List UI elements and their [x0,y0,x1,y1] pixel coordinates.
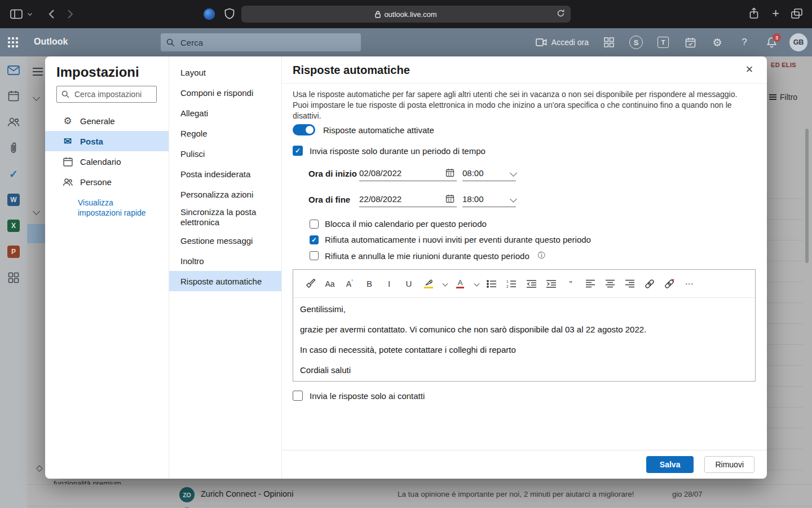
notifications-bell-icon[interactable]: 3 [758,28,785,56]
underline-icon[interactable]: U [402,277,416,291]
block-calendar-checkbox[interactable] [310,220,319,229]
calendar-picker-icon [445,194,454,203]
section-risposte-automatiche[interactable]: Risposte automatiche [169,271,281,291]
more-options-icon[interactable]: ⋯ [682,277,696,291]
nav-item-generale[interactable]: ⚙ Generale [45,111,169,131]
close-icon[interactable]: × [741,61,758,78]
highlight-dropdown-icon[interactable] [442,277,448,291]
nav-item-calendario[interactable]: Calendario [45,151,169,172]
section-regole[interactable]: Regole [169,123,281,143]
help-icon[interactable]: ? [731,28,758,56]
end-time-field[interactable]: 18:00 [462,191,516,207]
start-date-field[interactable]: 02/08/2022 [359,165,457,181]
list-scrollbar[interactable] [805,129,809,263]
extension-icon[interactable] [204,8,215,20]
global-search[interactable] [161,33,361,51]
folder-expand-icon[interactable] [33,94,40,101]
section-sincronizza[interactable]: Sincronizza la posta elettronica [169,204,281,230]
section-layout[interactable]: Layout [169,62,281,82]
align-left-icon[interactable] [584,277,597,291]
editor-body[interactable]: Gentilissimi, grazie per avermi contatta… [293,298,755,375]
url-bar[interactable]: outlook.live.com [241,6,571,23]
section-gestione[interactable]: Gestione messaggi [169,230,281,251]
app-rail: ✓ W X P [0,56,27,508]
numbered-list-icon[interactable]: 12 [505,277,518,291]
calendar-icon[interactable] [7,89,20,103]
global-search-input[interactable] [179,37,355,48]
nav-item-persone[interactable]: Persone [45,172,169,192]
quick-settings-link[interactable]: Visualizza impostazioni rapide [78,198,158,218]
email-sender[interactable]: Zurich Connect - Opinioni [201,489,293,498]
section-componi[interactable]: Componi e rispondi [169,82,281,103]
font-color-icon[interactable]: A [453,277,467,291]
nav-item-posta[interactable]: ✉ Posta [45,131,169,151]
powerpoint-icon[interactable]: P [7,245,20,259]
share-icon[interactable] [749,7,759,20]
align-center-icon[interactable] [603,277,617,291]
message-line: grazie per avermi contattato. Vi comunic… [300,325,747,334]
reload-icon[interactable] [557,9,565,17]
cancel-meetings-checkbox[interactable] [310,251,319,260]
tabs-overview-icon[interactable] [791,8,803,19]
new-tab-icon[interactable]: + [772,7,779,20]
sidebar-toggle-icon[interactable] [10,9,23,19]
outdent-icon[interactable] [524,277,538,291]
period-checkbox[interactable]: ✓ [293,146,303,156]
remove-button[interactable]: Rimuovi [704,456,754,473]
skype-icon[interactable]: S [623,28,650,56]
contacts-only-checkbox[interactable] [293,391,303,401]
folder-expand-icon-2[interactable] [33,208,40,215]
start-time-field[interactable]: 08:00 [462,165,516,181]
link-icon[interactable] [643,277,656,291]
format-painter-icon[interactable] [303,277,317,291]
font-color-dropdown-icon[interactable] [473,277,480,291]
account-avatar[interactable]: GB [785,28,812,56]
camera-icon [536,38,547,46]
apps-grid-icon[interactable] [595,28,623,56]
section-inoltro[interactable]: Inoltro [169,251,281,271]
decline-invites-checkbox[interactable]: ✓ [310,235,319,244]
section-posta-indesiderata[interactable]: Posta indesiderata [169,164,281,184]
meet-now-button[interactable]: Accedi ora [529,38,595,47]
calendar-check-icon[interactable] [677,28,704,56]
toggle-label: Risposte automatiche attivate [323,125,434,135]
people-icon[interactable] [7,115,20,129]
reply-editor[interactable]: Aa A° B I U A [293,269,756,382]
todo-icon[interactable]: ✓ [7,167,20,181]
align-right-icon[interactable] [623,277,637,291]
quote-icon[interactable]: ” [564,277,577,291]
indent-icon[interactable] [544,277,558,291]
privacy-shield-icon[interactable] [224,8,235,20]
folder-pane-toggle-icon[interactable] [33,65,43,78]
more-apps-icon[interactable] [7,271,20,284]
excel-icon[interactable]: X [7,219,20,233]
app-launcher-icon[interactable] [8,37,18,47]
attachments-icon[interactable] [7,141,20,155]
italic-icon[interactable]: I [382,277,396,291]
end-date-field[interactable]: 22/08/2022 [359,191,457,207]
bulleted-list-icon[interactable] [485,277,498,291]
section-allegati[interactable]: Allegati [169,103,281,123]
font-size-icon[interactable]: A° [343,277,356,291]
unlink-icon[interactable] [663,277,676,291]
font-family-icon[interactable]: Aa [323,277,337,291]
save-button[interactable]: Salva [646,456,694,473]
toolbar-chevron-down-icon[interactable] [27,12,33,16]
settings-search-input[interactable] [73,89,152,99]
app-title: Outlook [34,37,68,47]
bold-icon[interactable]: B [363,277,376,291]
teams-icon[interactable]: T [650,28,677,56]
section-personalizza[interactable]: Personalizza azioni [169,184,281,204]
forward-icon[interactable] [67,8,74,20]
mail-icon[interactable] [7,63,20,77]
word-icon[interactable]: W [7,193,20,207]
autoreply-toggle[interactable] [293,124,315,135]
settings-search[interactable] [56,86,157,103]
section-pulisci[interactable]: Pulisci [169,143,281,164]
settings-gear-icon[interactable]: ⚙ [704,28,731,56]
filter-button[interactable]: Filtro [769,93,797,102]
message-line: Cordiali saluti [300,366,747,375]
highlight-icon[interactable] [422,277,435,291]
autoreply-toggle-row: Risposte automatiche attivate [293,124,434,135]
back-icon[interactable] [47,8,55,20]
